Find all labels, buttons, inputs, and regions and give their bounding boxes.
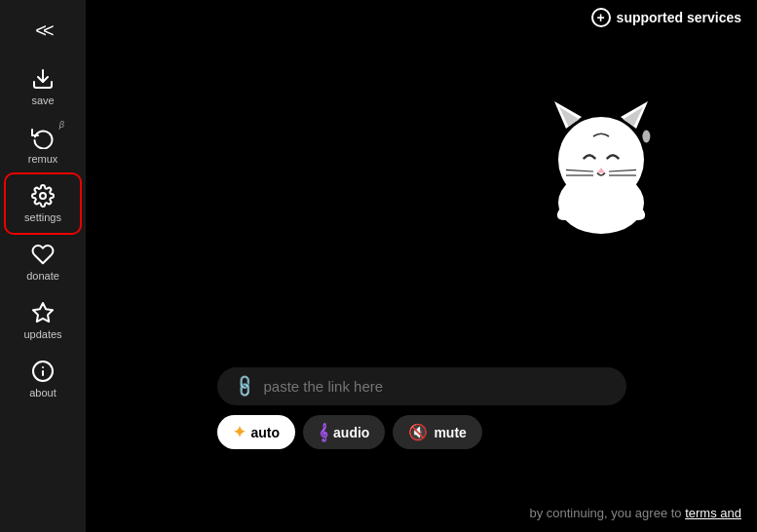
heart-icon <box>31 243 55 266</box>
sidebar-item-donate[interactable]: donate <box>6 233 80 291</box>
sidebar-item-label: about <box>29 387 57 399</box>
auto-label: auto <box>251 425 281 440</box>
terms-and-services-link[interactable]: terms and <box>685 506 741 520</box>
mascot-illustration <box>523 55 679 249</box>
main-area: + supported services <box>86 0 757 532</box>
sidebar-item-label: updates <box>23 328 61 340</box>
audio-icon: 𝄞 <box>319 424 327 441</box>
info-icon <box>31 360 55 383</box>
sidebar-item-label: save <box>31 95 54 106</box>
audio-label: audio <box>333 425 369 440</box>
sidebar-header: << <box>0 10 86 57</box>
svg-point-1 <box>40 193 46 199</box>
input-area: 🔗 ✦ auto 𝄞 audio 🔇 mute <box>217 367 626 449</box>
supported-services-label: supported services <box>617 10 741 25</box>
link-input-wrap: 🔗 <box>217 367 626 405</box>
collapse-button[interactable]: << <box>35 19 50 42</box>
download-icon <box>31 67 55 91</box>
topbar: + supported services <box>86 0 757 35</box>
mode-buttons: ✦ auto 𝄞 audio 🔇 mute <box>217 415 482 449</box>
bottom-bar: by continuing, you agree to terms and <box>86 498 757 532</box>
svg-point-19 <box>642 131 650 143</box>
star-icon <box>31 301 55 324</box>
audio-mode-button[interactable]: 𝄞 audio <box>303 415 385 449</box>
sidebar-item-label: donate <box>26 270 59 282</box>
svg-marker-2 <box>33 303 53 322</box>
refresh-icon: β <box>31 126 55 149</box>
mute-icon: 🔇 <box>408 423 428 441</box>
beta-badge: β <box>59 120 64 130</box>
center-area: 🔗 ✦ auto 𝄞 audio 🔇 mute <box>86 35 757 498</box>
agree-text: by continuing, you agree to <box>529 506 681 520</box>
supported-services-button[interactable]: + supported services <box>591 8 741 27</box>
sidebar-item-updates[interactable]: updates <box>6 291 80 350</box>
sidebar: << save β remux s <box>0 0 86 532</box>
auto-icon: ✦ <box>233 423 246 441</box>
sidebar-item-save[interactable]: save <box>6 57 80 116</box>
sidebar-item-label: settings <box>24 211 61 223</box>
svg-point-7 <box>558 117 644 203</box>
link-icon: 🔗 <box>231 373 258 400</box>
sidebar-item-label: remux <box>28 153 58 165</box>
mute-mode-button[interactable]: 🔇 mute <box>393 415 481 449</box>
gear-icon <box>31 184 55 208</box>
sidebar-item-settings[interactable]: settings <box>6 174 80 233</box>
sidebar-item-remux[interactable]: β remux <box>6 116 80 174</box>
link-input[interactable] <box>264 378 609 395</box>
auto-mode-button[interactable]: ✦ auto <box>217 415 296 449</box>
plus-icon: + <box>591 8 611 27</box>
sidebar-item-about[interactable]: about <box>6 350 80 408</box>
mute-label: mute <box>434 425 466 440</box>
